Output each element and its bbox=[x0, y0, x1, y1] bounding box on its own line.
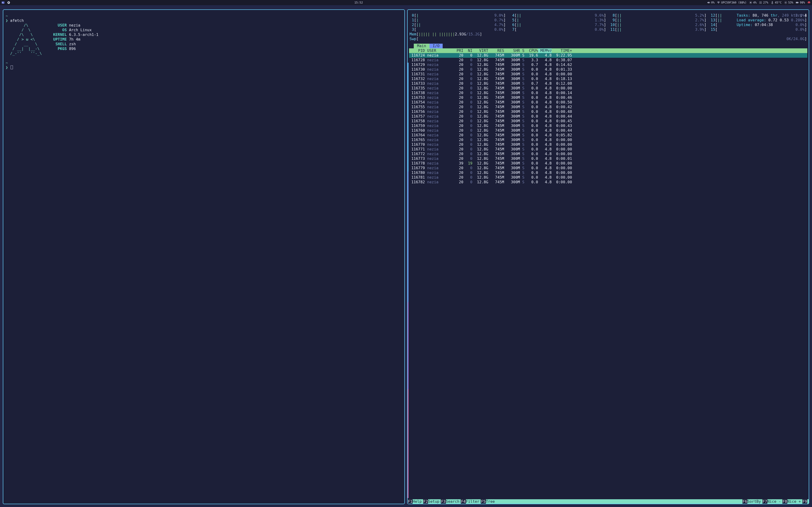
ascii-art-line: / __ \ bbox=[6, 42, 51, 46]
cpu-meter-2: 2[||4.7%] bbox=[410, 22, 506, 27]
fkey-F6[interactable]: F6SortBy bbox=[743, 499, 762, 504]
process-row[interactable]: 116755nezia20012.8G745M300MS0.04.80:00.4… bbox=[409, 105, 807, 109]
fkey-F7[interactable]: F7Nice - bbox=[762, 499, 782, 504]
swap-meter: Swp[0K/24.0G] bbox=[409, 37, 807, 41]
process-row[interactable]: 116760nezia20012.8G745M300MS0.04.80:00.4… bbox=[409, 128, 807, 133]
fetch-key: KERNEL bbox=[51, 33, 67, 37]
temp-indicator[interactable]: 45°C bbox=[771, 1, 782, 4]
svg-point-5 bbox=[785, 2, 786, 3]
wifi-indicator[interactable]: UPC59F3A0 (88%) bbox=[717, 1, 747, 4]
fkey-F4[interactable]: F4Filter bbox=[461, 499, 481, 504]
process-row[interactable]: 116729nezia20012.8G745M300MS0.74.80:14.6… bbox=[409, 62, 807, 67]
tab-main[interactable]: Main bbox=[414, 44, 429, 48]
process-row[interactable]: 116772nezia20012.8G745M300MS0.04.80:00.0… bbox=[409, 152, 807, 156]
fkey-F2[interactable]: F2Setup bbox=[423, 499, 441, 504]
generic-indicator[interactable]: 27% bbox=[759, 1, 768, 4]
volume-indicator[interactable]: 0% bbox=[707, 1, 714, 4]
process-row[interactable]: 116780nezia20012.8G745M300MS0.04.80:00.0… bbox=[409, 170, 807, 175]
process-row[interactable]: 116764nezia20012.8G745M300MS0.04.80:05.8… bbox=[409, 133, 807, 137]
fetch-key: UPTIME bbox=[51, 37, 67, 42]
process-row[interactable]: 116778nezia391912.8G745M300MS0.04.80:00.… bbox=[409, 161, 807, 166]
process-row[interactable]: 116773nezia20012.8G745M300MS0.04.80:00.0… bbox=[409, 156, 807, 161]
fetch-value: 896 bbox=[69, 47, 76, 51]
process-table-header[interactable]: PIDUSERPRINIVIRTRESSHRSCPU%MEM%▽TIME+ bbox=[409, 48, 807, 53]
process-row[interactable]: 116753nezia20012.8G745M300MS0.04.80:00.4… bbox=[409, 95, 807, 100]
scroll-gutter bbox=[407, 63, 409, 498]
svg-point-3 bbox=[718, 3, 719, 4]
gear-pct: 53% bbox=[788, 1, 794, 4]
command-text: afetch bbox=[10, 18, 24, 23]
process-row[interactable]: 116731nezia20012.8G745M300MS0.04.80:00.0… bbox=[409, 72, 807, 76]
process-row[interactable]: 116757nezia20012.8G745M300MS0.04.80:00.4… bbox=[409, 114, 807, 119]
temp-value: 45°C bbox=[775, 1, 782, 4]
brightness-pct: 4% bbox=[753, 1, 757, 4]
cwd-tilde: ~ bbox=[6, 14, 8, 18]
cpu-meter-15: 15[0.0%] bbox=[711, 27, 807, 32]
wifi-text: UPC59F3A0 (88%) bbox=[721, 1, 747, 4]
process-row[interactable]: 116759nezia20012.8G745M300MS0.04.80:00.4… bbox=[409, 123, 807, 128]
cpu-meter-9: 9[||2.7%] bbox=[610, 18, 707, 22]
fetch-value: nezia bbox=[69, 23, 80, 27]
process-row[interactable]: 116756nezia20012.8G745M300MS0.04.80:00.4… bbox=[409, 109, 807, 114]
process-row[interactable]: 116782nezia20012.8G745M300MS0.04.80:00.0… bbox=[409, 180, 807, 184]
fetch-value: Arch Linux bbox=[69, 28, 92, 32]
process-row[interactable]: 116781nezia20012.8G745M300MS0.04.80:00.0… bbox=[409, 175, 807, 180]
process-row[interactable]: 116730nezia20012.8G745M300MS0.04.80:01.3… bbox=[409, 67, 807, 72]
thermometer-icon bbox=[771, 1, 774, 4]
cpu-meter-6: 6[||7.7%] bbox=[510, 22, 606, 27]
ascii-art-line: / > ω <\ bbox=[6, 37, 51, 42]
brightness-indicator[interactable]: 4% bbox=[749, 1, 757, 4]
svg-point-4 bbox=[750, 2, 751, 3]
fetch-key: PKGS bbox=[51, 47, 67, 51]
fkey-F5[interactable]: F5Tree bbox=[481, 499, 496, 504]
fkey-F3[interactable]: F3Search bbox=[441, 499, 461, 504]
wifi-icon bbox=[717, 1, 720, 4]
cpu-meter-5: 5[|1.3%] bbox=[510, 18, 606, 22]
svg-rect-8 bbox=[796, 2, 798, 3]
fetch-value: 6.3.5-arch1-1 bbox=[69, 33, 98, 37]
process-row[interactable]: 116765nezia20012.8G745M300MS0.04.80:00.0… bbox=[409, 137, 807, 142]
battery-icon bbox=[796, 1, 799, 4]
terminal-left-pane[interactable]: ~ ❯ afetch /\ USER nezia / \ OS Arch Lin… bbox=[3, 9, 405, 504]
discord-icon[interactable] bbox=[807, 1, 811, 4]
cpu-meter-11: 11[||3.9%] bbox=[610, 27, 707, 32]
fetch-value: zsh bbox=[69, 42, 76, 46]
terminal-icon[interactable] bbox=[1, 1, 5, 4]
bars-icon bbox=[759, 1, 762, 4]
battery-indicator[interactable]: 98% bbox=[796, 1, 805, 4]
cursor[interactable] bbox=[11, 65, 13, 69]
browser-icon[interactable] bbox=[7, 1, 10, 4]
process-row[interactable]: 116754nezia20012.8G745M300MS0.04.80:00.5… bbox=[409, 100, 807, 105]
fetch-key: SHELL bbox=[51, 42, 67, 46]
process-row[interactable]: 116738nezia20012.8G745M300MS0.04.80:00.1… bbox=[409, 91, 807, 95]
process-row[interactable]: 116771nezia20012.8G745M300MS0.04.80:00.0… bbox=[409, 147, 807, 152]
process-row[interactable]: 116724nezia20012.8G745M300MS19.64.89:22.… bbox=[409, 53, 807, 58]
fetch-key: USER bbox=[51, 23, 67, 27]
process-row[interactable]: 116779nezia20012.8G745M300MS0.04.80:00.0… bbox=[409, 166, 807, 170]
fkey-F1[interactable]: F1Help bbox=[408, 499, 423, 504]
ascii-art-line: /\ \ bbox=[6, 33, 51, 37]
cpu-meter-0: 0[|9.0%] bbox=[410, 13, 506, 18]
process-row[interactable]: 116735nezia20012.8G745M300MS0.04.80:00.0… bbox=[409, 86, 807, 91]
fkey-F8[interactable]: F8Nice + bbox=[782, 499, 802, 504]
fetch-key: OS bbox=[51, 28, 67, 32]
process-row[interactable]: 116733nezia20012.8G745M300MS0.74.80:12.0… bbox=[409, 81, 807, 86]
cpu-indicator[interactable]: 53% bbox=[784, 1, 794, 4]
top-menu-bar: 15:52 0% UPC59F3A0 (88%) 4% 27% 45°C 53% bbox=[0, 0, 812, 5]
process-row[interactable]: 116728nezia20012.8G745M300MS3.34.80:38.0… bbox=[409, 58, 807, 62]
process-row[interactable]: 116758nezia20012.8G745M300MS0.04.80:00.4… bbox=[409, 119, 807, 123]
cpu-meter-4: 4[||9.6%] bbox=[510, 13, 606, 18]
ascii-art-line: /_-'' ''-_\ bbox=[6, 51, 51, 56]
sun-icon bbox=[749, 1, 752, 4]
fkey-F9[interactable]: F9 bbox=[802, 499, 809, 504]
process-row[interactable]: 116770nezia20012.8G745M300MS0.04.80:00.0… bbox=[409, 142, 807, 147]
tab-io[interactable]: I/O bbox=[429, 44, 443, 48]
generic-pct: 27% bbox=[763, 1, 768, 4]
ascii-art-line: / \ bbox=[6, 28, 51, 32]
cpu-meter-10: 10[||2.6%] bbox=[610, 22, 707, 27]
volume-mute-icon bbox=[707, 1, 710, 4]
process-table-body: 116724nezia20012.8G745M300MS19.64.89:22.… bbox=[409, 53, 807, 184]
process-row[interactable]: 116732nezia20012.8G745M300MS0.04.80:18.1… bbox=[409, 76, 807, 81]
terminal-right-pane[interactable]: 0[|9.0%]1[|0.7%]2[||4.7%]3[0.0%]4[||9.6%… bbox=[407, 9, 809, 504]
htop-function-keys: F1HelpF2SetupF3SearchF4FilterF5TreeF6Sor… bbox=[408, 499, 809, 504]
